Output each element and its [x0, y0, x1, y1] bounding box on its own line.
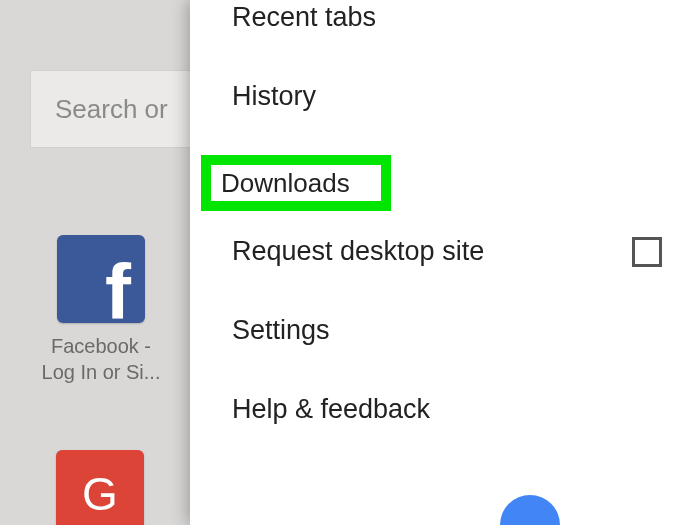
bookmark-facebook[interactable]: Facebook - Log In or Si...	[36, 235, 166, 385]
menu-help-feedback-label: Help & feedback	[232, 394, 430, 425]
menu-help-feedback[interactable]: Help & feedback	[190, 370, 700, 449]
menu-downloads-label: Downloads	[221, 168, 350, 199]
menu-request-desktop-label: Request desktop site	[232, 236, 484, 267]
menu-history-label: History	[232, 81, 316, 112]
menu-downloads-highlighted[interactable]: Downloads	[201, 155, 391, 211]
menu-settings[interactable]: Settings	[190, 291, 700, 370]
menu-recent-tabs[interactable]: Recent tabs	[190, 0, 700, 57]
bookmark-facebook-label: Facebook - Log In or Si...	[42, 333, 161, 385]
gmail-icon: G	[82, 467, 118, 521]
menu-request-desktop[interactable]: Request desktop site	[190, 212, 700, 291]
menu-settings-label: Settings	[232, 315, 330, 346]
facebook-icon	[57, 235, 145, 323]
menu-history[interactable]: History	[190, 57, 700, 136]
checkbox-unchecked-icon[interactable]	[632, 237, 662, 267]
menu-recent-tabs-label: Recent tabs	[232, 2, 376, 33]
bookmark-gmail[interactable]: G	[56, 450, 144, 525]
partial-circle-icon	[500, 495, 560, 525]
search-placeholder: Search or	[55, 94, 168, 125]
browser-menu: Recent tabs History Downloads Request de…	[190, 0, 700, 525]
